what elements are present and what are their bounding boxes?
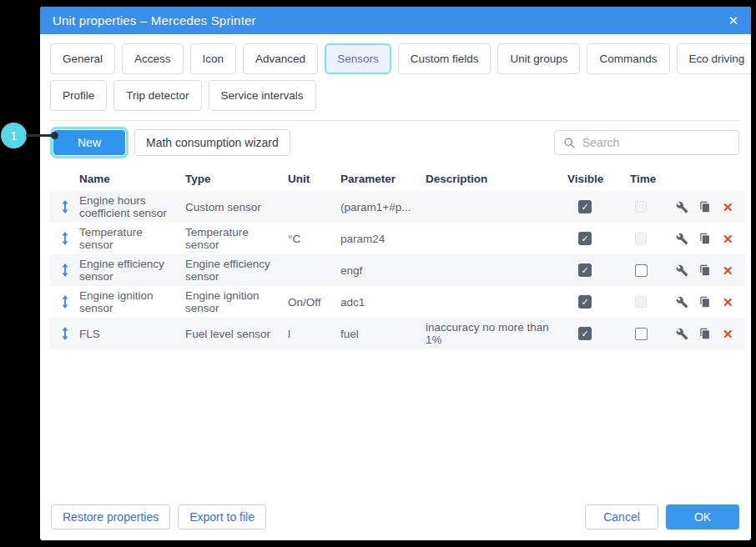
sensor-name: FLS [79, 328, 185, 340]
time-checkbox[interactable] [635, 296, 647, 308]
drag-handle-icon[interactable] [50, 200, 79, 213]
tab-eco-driving[interactable]: Eco driving [677, 43, 751, 74]
ok-button[interactable]: OK [666, 504, 739, 529]
sensor-parameter: (param1+#p... [340, 201, 426, 213]
edit-wrench-icon[interactable] [676, 233, 688, 245]
tab-profile[interactable]: Profile [50, 80, 107, 111]
tab-general[interactable]: General [50, 43, 115, 74]
edit-wrench-icon[interactable] [676, 264, 688, 277]
sensor-type: Engine ignition sensor [185, 289, 288, 314]
header-visible: Visible [566, 173, 624, 185]
copy-icon[interactable] [699, 296, 712, 309]
tab-sensors[interactable]: Sensors [325, 43, 391, 74]
visible-checkbox[interactable]: ✓ [578, 232, 592, 245]
delete-icon[interactable]: ✕ [723, 296, 733, 309]
header-description: Description [426, 173, 566, 185]
time-checkbox[interactable] [635, 233, 647, 244]
sensor-parameter: adc1 [340, 296, 426, 309]
delete-icon[interactable]: ✕ [723, 264, 733, 277]
sensor-parameter: engf [340, 264, 426, 277]
copy-icon[interactable] [699, 233, 712, 245]
content-spacer [40, 349, 751, 504]
header-type: Type [185, 173, 288, 185]
table-row: Engine ignition sensor Engine ignition s… [50, 286, 745, 318]
edit-wrench-icon[interactable] [676, 328, 688, 340]
drag-handle-icon[interactable] [50, 327, 79, 340]
visible-checkbox[interactable]: ✓ [578, 295, 592, 309]
sensor-name: Temperature sensor [79, 226, 185, 251]
new-sensor-button[interactable]: New [53, 130, 125, 155]
table-row: Engine efficiency sensor Engine efficien… [50, 254, 745, 286]
sensor-parameter: param24 [340, 233, 426, 245]
cancel-button[interactable]: Cancel [585, 504, 658, 529]
tab-trip-detector[interactable]: Trip detector [113, 80, 201, 111]
copy-icon[interactable] [699, 201, 712, 213]
delete-icon[interactable]: ✕ [723, 201, 733, 213]
visible-checkbox[interactable]: ✓ [578, 200, 592, 213]
math-consumption-wizard-button[interactable]: Math consumption wizard [134, 129, 290, 156]
search-box [554, 130, 739, 155]
export-to-file-button[interactable]: Export to file [178, 504, 266, 529]
sensor-unit: l [288, 328, 340, 340]
visible-checkbox[interactable]: ✓ [578, 327, 592, 340]
dialog-footer: Restore properties Export to file Cancel… [51, 504, 739, 529]
dialog-titlebar: Unit properties – Mercedes Sprinter ✕ [40, 7, 751, 34]
tab-custom-fields[interactable]: Custom fields [398, 43, 491, 74]
sensor-unit: On/Off [288, 296, 340, 309]
tab-commands[interactable]: Commands [587, 43, 669, 74]
header-name: Name [79, 173, 185, 185]
sensors-toolbar: New Math consumption wizard [53, 129, 739, 156]
copy-icon[interactable] [699, 264, 712, 277]
tab-bar: GeneralAccessIconAdvancedSensorsCustom f… [40, 34, 751, 111]
sensor-name: Engine efficiency sensor [79, 258, 185, 283]
annotation-connector-dot [51, 132, 58, 139]
dialog-title: Unit properties – Mercedes Sprinter [53, 13, 728, 28]
sensors-table: Name Type Unit Parameter Description Vis… [40, 166, 751, 349]
table-row: FLS Fuel level sensor l fuel inaccuracy … [50, 318, 745, 349]
delete-icon[interactable]: ✕ [723, 233, 733, 245]
tab-advanced[interactable]: Advanced [243, 43, 318, 74]
time-checkbox[interactable] [635, 328, 648, 340]
table-header-row: Name Type Unit Parameter Description Vis… [50, 166, 745, 191]
annotation-step-badge: 1 [1, 123, 27, 148]
drag-handle-icon[interactable] [50, 232, 79, 245]
restore-properties-button[interactable]: Restore properties [51, 504, 170, 529]
unit-properties-dialog: Unit properties – Mercedes Sprinter ✕ Ge… [40, 7, 751, 540]
sensor-parameter: fuel [340, 328, 426, 340]
tab-icon[interactable]: Icon [190, 43, 237, 74]
header-time: Time [624, 173, 666, 185]
delete-icon[interactable]: ✕ [723, 328, 733, 340]
annotation-connector-line [26, 134, 54, 137]
copy-icon[interactable] [699, 328, 712, 340]
sensor-type: Engine efficiency sensor [185, 258, 288, 283]
header-unit: Unit [288, 173, 340, 185]
drag-handle-icon[interactable] [50, 263, 79, 277]
time-checkbox[interactable] [635, 201, 647, 213]
time-checkbox[interactable] [635, 264, 648, 277]
search-icon [563, 137, 576, 149]
tab-service-intervals[interactable]: Service intervals [209, 80, 316, 111]
sensor-description: inaccuracy no more than 1% [426, 321, 566, 346]
sensor-unit: °C [288, 233, 340, 245]
table-row: Temperature sensor Temperature sensor °C… [50, 223, 745, 254]
edit-wrench-icon[interactable] [676, 296, 688, 309]
sensor-type: Custom sensor [185, 201, 288, 213]
drag-handle-icon[interactable] [50, 295, 79, 309]
sensor-name: Engine hours coefficient sensor [79, 194, 185, 219]
search-input[interactable] [582, 136, 733, 149]
sensor-type: Fuel level sensor [185, 328, 288, 340]
tabs-separator [50, 120, 741, 121]
sensor-type: Temperature sensor [185, 226, 288, 251]
visible-checkbox[interactable]: ✓ [578, 263, 592, 277]
sensor-name: Engine ignition sensor [79, 289, 185, 314]
tab-unit-groups[interactable]: Unit groups [497, 43, 580, 74]
screenshot-stage: Unit properties – Mercedes Sprinter ✕ Ge… [0, 0, 756, 547]
close-icon[interactable]: ✕ [728, 14, 738, 27]
header-parameter: Parameter [340, 173, 426, 185]
table-body: Engine hours coefficient sensor Custom s… [40, 191, 751, 349]
table-row: Engine hours coefficient sensor Custom s… [50, 191, 745, 223]
tab-access[interactable]: Access [122, 43, 184, 74]
edit-wrench-icon[interactable] [676, 201, 688, 213]
